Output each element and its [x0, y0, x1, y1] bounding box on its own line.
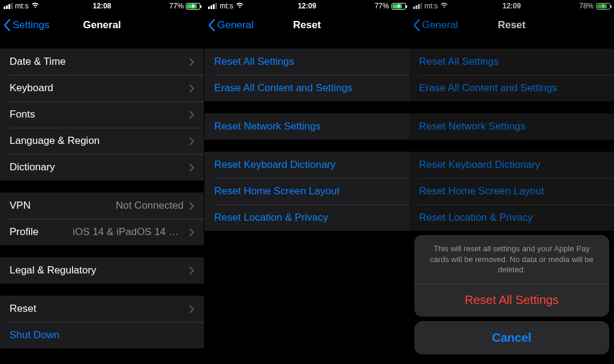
chevron-right-icon	[189, 228, 194, 236]
row-label: Reset Location & Privacy	[214, 212, 399, 224]
row-language-region[interactable]: Language & Region	[0, 128, 204, 154]
chevron-right-icon	[189, 111, 194, 119]
row-dictionary[interactable]: Dictionary	[0, 154, 204, 181]
row-label: Reset Keyboard Dictionary	[214, 159, 399, 171]
row-label: Dictionary	[10, 161, 183, 173]
status-bar: mt:s 12:09 77%	[204, 0, 409, 12]
row-legal-regulatory[interactable]: Legal & Regulatory	[0, 257, 204, 284]
row-label: Legal & Regulatory	[10, 264, 183, 276]
row-label: Erase All Content and Settings	[214, 82, 399, 94]
chevron-right-icon	[189, 305, 194, 313]
row-reset[interactable]: Reset	[0, 296, 204, 322]
row-detail: iOS 14 & iPadOS 14 Beta Softwar…	[73, 226, 183, 238]
row-label: Profile	[10, 226, 68, 238]
status-bar: mt:s 12:08 77%	[0, 0, 204, 12]
back-button[interactable]: General	[204, 19, 253, 31]
chevron-right-icon	[189, 267, 194, 275]
sheet-message: This will reset all settings and your Ap…	[414, 235, 609, 284]
row-label: Reset Network Settings	[214, 121, 399, 133]
row-reset-network-settings[interactable]: Reset Network Settings	[204, 113, 409, 140]
nav-bar: General Reset	[204, 12, 409, 38]
nav-bar: Settings General	[0, 12, 204, 38]
back-label: General	[217, 19, 253, 31]
row-vpn[interactable]: VPNNot Connected	[0, 192, 204, 219]
chevron-right-icon	[189, 202, 194, 210]
row-label: Shut Down	[10, 329, 194, 341]
time-label: 12:08	[93, 2, 112, 10]
cancel-button[interactable]: Cancel	[414, 321, 609, 354]
time-label: 12:09	[298, 2, 317, 10]
battery-icon	[392, 3, 406, 10]
row-reset-location-privacy[interactable]: Reset Location & Privacy	[204, 204, 409, 231]
row-reset-keyboard-dictionary[interactable]: Reset Keyboard Dictionary	[204, 152, 409, 178]
chevron-right-icon	[189, 164, 194, 172]
row-label: Reset Home Screen Layout	[214, 185, 399, 197]
chevron-right-icon	[189, 85, 194, 92]
phone-reset: mt:s 12:09 77% General Reset Reset All S…	[204, 0, 409, 364]
settings-list: Date & TimeKeyboardFontsLanguage & Regio…	[0, 49, 204, 348]
chevron-right-icon	[189, 58, 194, 66]
row-erase-all-content-and-settings[interactable]: Erase All Content and Settings	[204, 75, 409, 101]
row-label: Reset	[10, 303, 183, 315]
phone-reset-confirm: mt:s 12:09 78% General Reset Reset All	[410, 0, 614, 364]
row-label: Language & Region	[10, 135, 183, 147]
chevron-right-icon	[189, 137, 194, 145]
row-shut-down[interactable]: Shut Down	[0, 322, 204, 348]
row-reset-home-screen-layout[interactable]: Reset Home Screen Layout	[204, 178, 409, 204]
phone-general: mt:s 12:08 77% Settings General Date & T…	[0, 0, 204, 364]
row-profile[interactable]: ProfileiOS 14 & iPadOS 14 Beta Softwar…	[0, 219, 204, 245]
row-label: Date & Time	[10, 56, 183, 68]
back-button[interactable]: Settings	[0, 19, 49, 31]
row-label: VPN	[10, 200, 111, 212]
row-label: Reset All Settings	[214, 56, 399, 68]
row-reset-all-settings[interactable]: Reset All Settings	[204, 49, 409, 75]
battery-icon	[186, 3, 200, 10]
row-fonts[interactable]: Fonts	[0, 101, 204, 128]
back-label: Settings	[13, 19, 49, 31]
row-label: Fonts	[10, 109, 183, 121]
action-sheet: This will reset all settings and your Ap…	[414, 235, 609, 359]
row-keyboard[interactable]: Keyboard	[0, 75, 204, 101]
row-label: Keyboard	[10, 82, 183, 94]
reset-all-settings-button[interactable]: Reset All Settings	[414, 284, 609, 317]
reset-list: Reset All SettingsErase All Content and …	[204, 49, 409, 231]
row-date-time[interactable]: Date & Time	[0, 49, 204, 75]
row-detail: Not Connected	[116, 200, 183, 212]
